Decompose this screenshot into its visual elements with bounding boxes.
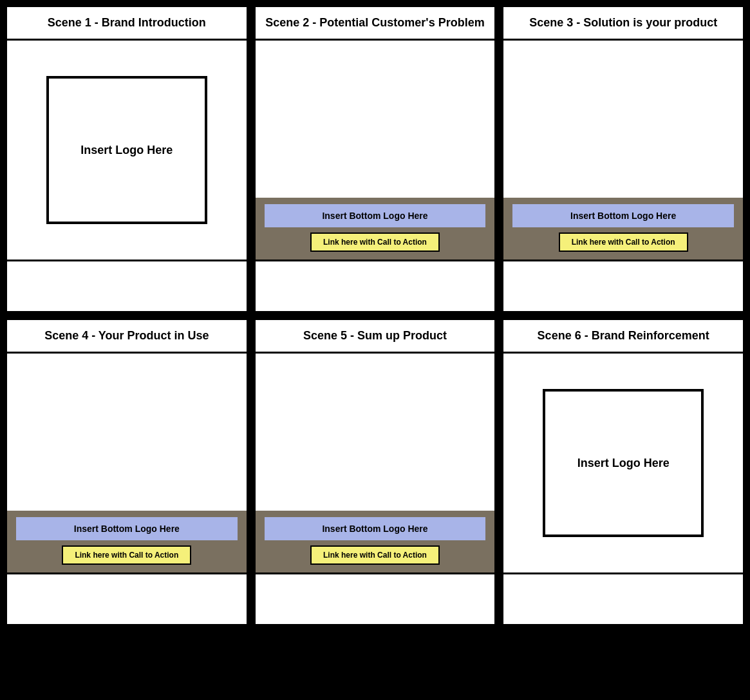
scene-3-bottom xyxy=(503,260,743,311)
scene-2-main xyxy=(256,41,495,198)
scene-6-logo-text: Insert Logo Here xyxy=(577,457,670,470)
scene-6-bottom xyxy=(503,572,743,624)
scene-4-footer: Insert Bottom Logo Here Link here with C… xyxy=(7,511,247,572)
scene-1-main: Insert Logo Here xyxy=(7,41,247,260)
scene-3-main xyxy=(503,41,743,198)
scene-5-footer: Insert Bottom Logo Here Link here with C… xyxy=(256,511,495,572)
scene-5-cta-btn[interactable]: Link here with Call to Action xyxy=(310,545,440,565)
scene-2-content: Insert Bottom Logo Here Link here with C… xyxy=(256,41,495,260)
scene-5-main xyxy=(256,354,495,511)
scene-4-bottom-logo-btn[interactable]: Insert Bottom Logo Here xyxy=(16,517,238,540)
scene-3-block: Scene 3 - Solution is your product Inser… xyxy=(502,5,745,313)
scene-1-logo-text: Insert Logo Here xyxy=(80,144,173,157)
storyboard-grid: Scene 1 - Brand Introduction Insert Logo… xyxy=(5,5,745,626)
scene-4-block: Scene 4 - Your Product in Use Insert Bot… xyxy=(5,318,248,626)
scene-5-block: Scene 5 - Sum up Product Insert Bottom L… xyxy=(254,318,497,626)
scene-3-footer: Insert Bottom Logo Here Link here with C… xyxy=(503,198,743,260)
scene-6-block: Scene 6 - Brand Reinforcement Insert Log… xyxy=(502,318,745,626)
scene-6-title: Scene 6 - Brand Reinforcement xyxy=(503,320,743,354)
scene-2-bottom-logo-btn[interactable]: Insert Bottom Logo Here xyxy=(265,204,486,227)
scene-5-bottom xyxy=(256,572,495,624)
scene-1-block: Scene 1 - Brand Introduction Insert Logo… xyxy=(5,5,248,313)
scene-2-footer: Insert Bottom Logo Here Link here with C… xyxy=(256,198,495,260)
scene-3-title: Scene 3 - Solution is your product xyxy=(503,7,743,41)
scene-4-content: Insert Bottom Logo Here Link here with C… xyxy=(7,354,247,572)
scene-4-cta-btn[interactable]: Link here with Call to Action xyxy=(62,545,191,565)
scene-5-bottom-logo-btn[interactable]: Insert Bottom Logo Here xyxy=(265,517,486,540)
scene-4-title: Scene 4 - Your Product in Use xyxy=(7,320,247,354)
scene-1-title: Scene 1 - Brand Introduction xyxy=(7,7,247,41)
scene-1-logo-box: Insert Logo Here xyxy=(46,76,207,224)
scene-6-content: Insert Logo Here xyxy=(503,354,743,572)
scene-4-main xyxy=(7,354,247,511)
scene-2-block: Scene 2 - Potential Customer's Problem I… xyxy=(254,5,497,313)
scene-5-content: Insert Bottom Logo Here Link here with C… xyxy=(256,354,495,572)
scene-2-bottom xyxy=(256,260,495,311)
scene-5-title: Scene 5 - Sum up Product xyxy=(256,320,495,354)
scene-3-cta-btn[interactable]: Link here with Call to Action xyxy=(559,232,688,252)
scene-6-main: Insert Logo Here xyxy=(503,354,743,572)
scene-4-bottom xyxy=(7,572,247,624)
scene-3-bottom-logo-btn[interactable]: Insert Bottom Logo Here xyxy=(512,204,734,227)
scene-1-bottom xyxy=(7,260,247,311)
scene-2-cta-btn[interactable]: Link here with Call to Action xyxy=(310,232,440,252)
scene-1-content: Insert Logo Here xyxy=(7,41,247,260)
scene-2-title: Scene 2 - Potential Customer's Problem xyxy=(256,7,495,41)
scene-3-content: Insert Bottom Logo Here Link here with C… xyxy=(503,41,743,260)
scene-6-logo-box: Insert Logo Here xyxy=(543,389,704,537)
